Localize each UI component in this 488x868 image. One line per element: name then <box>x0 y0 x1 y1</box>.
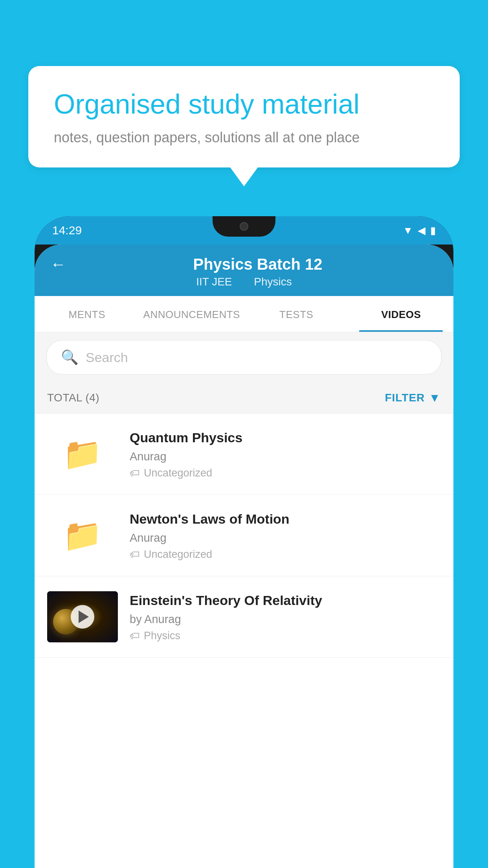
subtitle-physics: Physics <box>254 276 292 288</box>
app-header: ← Physics Batch 12 IIT JEE Physics <box>35 245 453 296</box>
tag-icon: 🏷 <box>130 630 140 642</box>
app-content: ← Physics Batch 12 IIT JEE Physics MENTS… <box>35 245 453 868</box>
phone-frame: 14:29 ▼ ◀ ▮ ← Physics Batch 12 IIT JEE P… <box>35 216 453 868</box>
tag-label: Uncategorized <box>144 548 212 561</box>
play-icon <box>79 611 89 623</box>
video-author: Anurag <box>130 450 441 463</box>
filter-icon: ▼ <box>429 391 441 405</box>
search-bar[interactable]: 🔍 Search <box>46 340 442 375</box>
video-info: Einstein's Theory Of Relativity by Anura… <box>130 592 441 642</box>
tag-icon: 🏷 <box>130 548 140 561</box>
battery-icon: ▮ <box>430 224 436 237</box>
notch <box>213 216 275 237</box>
tab-ments-label: MENTS <box>69 309 106 320</box>
header-top: ← Physics Batch 12 <box>50 256 438 273</box>
video-info: Quantum Physics Anurag 🏷 Uncategorized <box>130 429 441 479</box>
back-button[interactable]: ← <box>50 256 66 273</box>
total-count: TOTAL (4) <box>47 392 99 404</box>
status-bar: 14:29 ▼ ◀ ▮ <box>35 216 453 245</box>
search-placeholder: Search <box>86 350 128 365</box>
tab-bar: MENTS ANNOUNCEMENTS TESTS VIDEOS <box>35 296 453 332</box>
list-item[interactable]: 📁 Quantum Physics Anurag 🏷 Uncategorized <box>35 414 453 495</box>
video-author: by Anurag <box>130 613 441 626</box>
search-container: 🔍 Search <box>35 332 453 383</box>
video-title: Einstein's Theory Of Relativity <box>130 592 441 609</box>
folder-icon: 📁 <box>63 436 102 473</box>
status-icons: ▼ ◀ ▮ <box>403 224 436 237</box>
tab-videos[interactable]: VIDEOS <box>349 296 454 332</box>
folder-thumbnail: 📁 <box>47 428 118 480</box>
video-tag: 🏷 Physics <box>130 630 441 642</box>
bubble-title: Organised study material <box>54 88 434 121</box>
list-item[interactable]: Einstein's Theory Of Relativity by Anura… <box>35 576 453 658</box>
subtitle-iitjee: IIT JEE <box>196 276 232 288</box>
page-title: Physics Batch 12 <box>78 256 438 273</box>
video-title: Quantum Physics <box>130 429 441 446</box>
filter-label: FILTER <box>385 392 425 404</box>
tab-tests-label: TESTS <box>279 309 313 320</box>
video-thumbnail <box>47 591 118 642</box>
tag-icon: 🏷 <box>130 467 140 479</box>
video-title: Newton's Laws of Motion <box>130 510 441 528</box>
signal-icon: ◀ <box>418 224 426 237</box>
speech-bubble: Organised study material notes, question… <box>28 66 460 167</box>
video-tag: 🏷 Uncategorized <box>130 548 441 561</box>
list-item[interactable]: 📁 Newton's Laws of Motion Anurag 🏷 Uncat… <box>35 495 453 576</box>
filter-button[interactable]: FILTER ▼ <box>385 391 441 405</box>
tab-announcements-label: ANNOUNCEMENTS <box>143 309 240 320</box>
tab-announcements[interactable]: ANNOUNCEMENTS <box>139 296 244 332</box>
folder-thumbnail: 📁 <box>47 510 118 561</box>
wifi-icon: ▼ <box>403 224 413 237</box>
tab-tests[interactable]: TESTS <box>244 296 349 332</box>
bubble-subtitle: notes, question papers, solutions all at… <box>54 129 434 146</box>
tab-videos-label: VIDEOS <box>381 309 421 320</box>
play-button[interactable] <box>71 605 94 629</box>
tag-label: Uncategorized <box>144 467 212 479</box>
video-tag: 🏷 Uncategorized <box>130 467 441 479</box>
status-time: 14:29 <box>52 224 82 237</box>
video-author: Anurag <box>130 531 441 544</box>
header-subtitle: IIT JEE Physics <box>50 276 438 288</box>
video-info: Newton's Laws of Motion Anurag 🏷 Uncateg… <box>130 510 441 561</box>
tag-label: Physics <box>144 630 180 642</box>
camera-dot <box>240 222 248 231</box>
search-icon: 🔍 <box>61 349 79 366</box>
tab-ments[interactable]: MENTS <box>35 296 139 332</box>
filter-row: TOTAL (4) FILTER ▼ <box>35 383 453 414</box>
folder-icon: 📁 <box>63 517 102 554</box>
video-list: 📁 Quantum Physics Anurag 🏷 Uncategorized… <box>35 414 453 868</box>
